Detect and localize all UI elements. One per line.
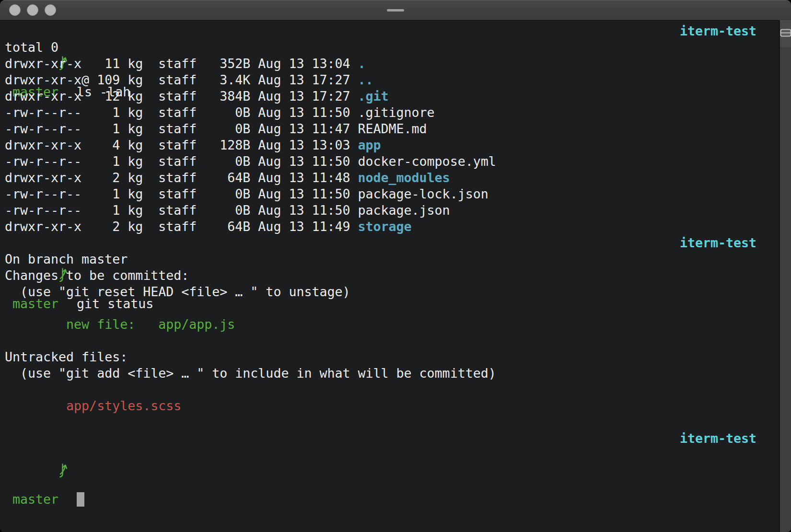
- terminal-line: app/styles.scss: [5, 398, 779, 414]
- pane-button[interactable]: [780, 20, 791, 47]
- terminal-text: (use "git reset HEAD <file> … " to unsta…: [5, 284, 350, 299]
- terminal-line: Untracked files:: [5, 349, 779, 365]
- file-meta: drwxr-xr-x 11 kg staff 352B Aug 13 13:04: [5, 56, 358, 71]
- terminal-line: [5, 300, 779, 316]
- terminal-line: On branch master: [5, 251, 779, 267]
- terminal-line: master git statusiterm-test: [5, 235, 779, 251]
- file-meta: drwxr-xr-x 2 kg staff 64B Aug 13 11:48: [5, 170, 358, 185]
- file-meta: -rw-r--r-- 1 kg staff 0B Aug 13 11:47: [5, 121, 358, 136]
- terminal-line: -rw-r--r-- 1 kg staff 0B Aug 13 11:47 RE…: [5, 121, 779, 137]
- terminal-line: new file: app/app.js: [5, 316, 779, 333]
- traffic-lights: [0, 4, 56, 16]
- file-meta: drwxr-xr-x 2 kg staff 64B Aug 13 11:49: [5, 219, 358, 234]
- titlebar[interactable]: [0, 0, 791, 20]
- terminal-line: -rw-r--r-- 1 kg staff 0B Aug 13 11:50 .g…: [5, 104, 779, 121]
- git-arrow-up-icon: [58, 235, 69, 249]
- window-title-dash: [387, 9, 404, 12]
- file-name: README.md: [358, 121, 427, 136]
- terminal-line: [5, 382, 779, 398]
- file-name: package-lock.json: [358, 186, 489, 201]
- file-meta: drwxr-xr-x@ 109 kg staff 3.4K Aug 13 17:…: [5, 72, 358, 87]
- terminal-line: drwxr-xr-x 11 kg staff 352B Aug 13 13:04…: [5, 56, 779, 72]
- file-name: package.json: [358, 203, 450, 218]
- terminal-text: Untracked files:: [5, 349, 128, 364]
- terminal-line: (use "git add <file> … " to include in w…: [5, 365, 779, 382]
- terminal-window: master ls -lahiterm-testtotal 0drwxr-xr-…: [0, 0, 791, 532]
- terminal-line: master iterm-test: [5, 430, 779, 447]
- terminal-text: Changes to be committed:: [5, 268, 189, 283]
- right-prompt: iterm-test: [680, 23, 756, 39]
- terminal-line: drwxr-xr-x 2 kg staff 64B Aug 13 11:48 n…: [5, 170, 779, 186]
- directory-name: node_modules: [358, 170, 450, 185]
- file-name: docker-compose.yml: [358, 154, 496, 169]
- terminal-content: master ls -lahiterm-testtotal 0drwxr-xr-…: [0, 21, 779, 532]
- terminal-line: [5, 333, 779, 349]
- zoom-button[interactable]: [45, 4, 56, 16]
- terminal-line: drwxr-xr-x 12 kg staff 384B Aug 13 17:27…: [5, 88, 779, 104]
- staged-file-line: new file: app/app.js: [5, 317, 235, 332]
- directory-name: .: [358, 56, 366, 71]
- terminal-line: Changes to be committed:: [5, 267, 779, 284]
- prompt-branch: master: [5, 492, 58, 507]
- terminal-text: total 0: [5, 40, 58, 55]
- terminal-line: total 0: [5, 39, 779, 56]
- git-arrow-up-icon: [58, 23, 69, 37]
- file-meta: -rw-r--r-- 1 kg staff 0B Aug 13 11:50: [5, 186, 358, 201]
- terminal-line: master ls -lahiterm-test: [5, 23, 779, 39]
- terminal-line: [5, 414, 779, 430]
- untracked-file-name: app/styles.scss: [5, 398, 181, 413]
- directory-name: storage: [358, 219, 412, 234]
- directory-name: ..: [358, 72, 373, 87]
- terminal-line: -rw-r--r-- 1 kg staff 0B Aug 13 11:50 pa…: [5, 186, 779, 202]
- terminal-line: drwxr-xr-x 2 kg staff 64B Aug 13 11:49 s…: [5, 219, 779, 235]
- split-pane-icon: [780, 29, 791, 39]
- minimize-button[interactable]: [27, 4, 38, 16]
- terminal-line: drwxr-xr-x 4 kg staff 128B Aug 13 13:03 …: [5, 137, 779, 153]
- scrollbar-track[interactable]: [779, 20, 791, 532]
- terminal-line: drwxr-xr-x@ 109 kg staff 3.4K Aug 13 17:…: [5, 72, 779, 88]
- terminal-line: (use "git reset HEAD <file> … " to unsta…: [5, 284, 779, 300]
- git-arrow-up-icon: [58, 430, 69, 445]
- terminal-line: -rw-r--r-- 1 kg staff 0B Aug 13 11:50 do…: [5, 153, 779, 170]
- file-meta: drwxr-xr-x 12 kg staff 384B Aug 13 17:27: [5, 89, 358, 104]
- file-meta: drwxr-xr-x 4 kg staff 128B Aug 13 13:03: [5, 138, 358, 152]
- file-meta: -rw-r--r-- 1 kg staff 0B Aug 13 11:50: [5, 105, 358, 120]
- file-meta: -rw-r--r-- 1 kg staff 0B Aug 13 11:50: [5, 154, 358, 169]
- terminal-text: [69, 492, 77, 507]
- file-meta: -rw-r--r-- 1 kg staff 0B Aug 13 11:50: [5, 203, 358, 218]
- right-prompt: iterm-test: [680, 430, 756, 447]
- directory-name: .git: [358, 89, 389, 104]
- directory-name: app: [358, 138, 381, 152]
- file-name: .gitignore: [358, 105, 435, 120]
- close-button[interactable]: [9, 4, 21, 16]
- right-prompt: iterm-test: [680, 235, 756, 251]
- terminal-text: (use "git add <file> … " to include in w…: [5, 366, 496, 381]
- terminal-text: On branch master: [5, 252, 128, 266]
- terminal-line: -rw-r--r-- 1 kg staff 0B Aug 13 11:50 pa…: [5, 202, 779, 219]
- block-cursor: [77, 492, 84, 507]
